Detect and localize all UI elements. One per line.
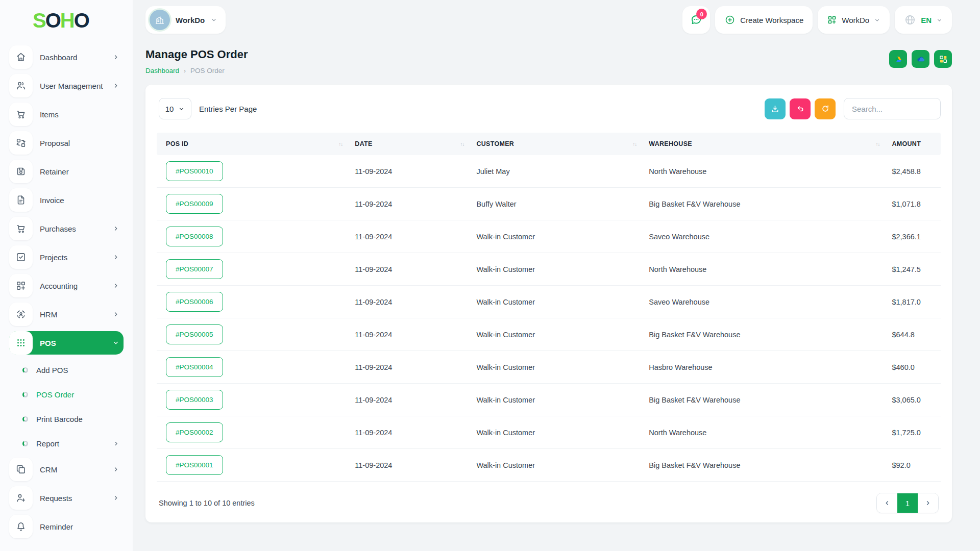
notification-badge: 0 bbox=[696, 9, 707, 19]
pos-id-link[interactable]: #POS00009 bbox=[166, 194, 223, 214]
page-title-block: Manage POS Order Dashboard › POS Order bbox=[145, 48, 248, 74]
pos-id-link[interactable]: #POS00002 bbox=[166, 422, 223, 442]
table-row: #POS00008 11-09-2024 Walk-in Customer Sa… bbox=[157, 220, 941, 253]
create-workspace-button[interactable]: Create Workspace bbox=[715, 6, 813, 34]
scan-user-icon bbox=[9, 303, 33, 326]
date-cell: 11-09-2024 bbox=[349, 220, 470, 253]
language-selector[interactable]: EN bbox=[895, 6, 952, 34]
undo-back-button[interactable] bbox=[790, 98, 811, 119]
search-input[interactable] bbox=[844, 98, 941, 119]
amount-cell: $1,071.8 bbox=[886, 188, 941, 220]
sidebar-item-report[interactable]: Report bbox=[9, 433, 124, 454]
pos-id-link[interactable]: #POS00008 bbox=[166, 227, 223, 246]
date-cell: 11-09-2024 bbox=[349, 155, 470, 188]
customer-cell: Walk-in Customer bbox=[470, 384, 643, 416]
download-icon bbox=[770, 104, 780, 114]
bullet-icon bbox=[22, 441, 28, 446]
floppy-icon bbox=[9, 160, 33, 183]
pos-id-link[interactable]: #POS00006 bbox=[166, 292, 223, 312]
onedrive-icon bbox=[915, 54, 926, 65]
onedrive-button[interactable] bbox=[912, 50, 929, 68]
page-number-current[interactable]: 1 bbox=[897, 493, 918, 513]
amount-cell: $2,366.1 bbox=[886, 220, 941, 253]
sidebar-item-pos[interactable]: POS bbox=[9, 331, 124, 355]
previous-page-button[interactable] bbox=[877, 493, 897, 513]
amount-cell: $2,458.8 bbox=[886, 155, 941, 188]
date-cell: 11-09-2024 bbox=[349, 384, 470, 416]
pos-id-link[interactable]: #POS00005 bbox=[166, 324, 223, 344]
table-row: #POS00004 11-09-2024 Walk-in Customer Ha… bbox=[157, 351, 941, 384]
sidebar-item-retainer[interactable]: Retainer bbox=[9, 160, 124, 183]
column-header-date[interactable]: DATE↑↓ bbox=[349, 133, 470, 155]
breadcrumb-dashboard-link[interactable]: Dashboard bbox=[145, 67, 179, 74]
warehouse-cell: Big Basket F&V Warehouse bbox=[643, 188, 886, 220]
customer-cell: Walk-in Customer bbox=[470, 253, 643, 286]
chevron-right-icon bbox=[112, 311, 119, 318]
chevron-left-icon bbox=[884, 499, 891, 507]
date-cell: 11-09-2024 bbox=[349, 416, 470, 449]
sidebar-item-reminder[interactable]: Reminder bbox=[9, 515, 124, 538]
grid-icon bbox=[939, 55, 948, 64]
pos-id-cell: #POS00003 bbox=[157, 384, 349, 416]
sidebar-item-dashboard[interactable]: Dashboard bbox=[9, 45, 124, 69]
customer-cell: Walk-in Customer bbox=[470, 318, 643, 351]
showing-entries-text: Showing 1 to 10 of 10 entries bbox=[159, 499, 255, 507]
topbar-actions: 0 Create Workspace WorkDo EN bbox=[682, 6, 952, 34]
column-header-customer[interactable]: CUSTOMER↑↓ bbox=[470, 133, 643, 155]
messages-button[interactable]: 0 bbox=[682, 6, 710, 34]
warehouse-cell: North Warehouse bbox=[643, 155, 886, 188]
sidebar-item-invoice[interactable]: Invoice bbox=[9, 188, 124, 212]
column-header-warehouse[interactable]: WAREHOUSE↑↓ bbox=[643, 133, 886, 155]
sidebar-item-hrm[interactable]: HRM bbox=[9, 303, 124, 326]
column-header-pos-id[interactable]: POS ID↑↓ bbox=[157, 133, 349, 155]
pos-id-cell: #POS00004 bbox=[157, 351, 349, 384]
amount-cell: $92.0 bbox=[886, 449, 941, 482]
refresh-button[interactable] bbox=[815, 98, 836, 119]
sidebar-item-projects[interactable]: Projects bbox=[9, 245, 124, 269]
chevron-right-icon bbox=[112, 254, 119, 261]
page-title: Manage POS Order bbox=[145, 48, 248, 61]
pos-id-link[interactable]: #POS00007 bbox=[166, 259, 223, 279]
cart-icon bbox=[9, 217, 33, 240]
apps-grid-button[interactable] bbox=[934, 50, 952, 68]
customer-cell: Walk-in Customer bbox=[470, 220, 643, 253]
main-content: WorkDo 0 Create Workspace WorkDo bbox=[133, 0, 980, 522]
sidebar-item-pos-order[interactable]: POS Order bbox=[9, 384, 124, 405]
sidebar-item-proposal[interactable]: Proposal bbox=[9, 131, 124, 155]
sidebar-item-add-pos[interactable]: Add POS bbox=[9, 360, 124, 380]
grid-plus-icon bbox=[827, 15, 837, 25]
sidebar-item-accounting[interactable]: Accounting bbox=[9, 274, 124, 297]
amount-cell: $460.0 bbox=[886, 351, 941, 384]
export-download-button[interactable] bbox=[765, 98, 786, 119]
pos-id-link[interactable]: #POS00001 bbox=[166, 455, 223, 475]
sidebar-item-print-barcode[interactable]: Print Barcode bbox=[9, 409, 124, 429]
date-cell: 11-09-2024 bbox=[349, 253, 470, 286]
sidebar-item-crm[interactable]: CRM bbox=[9, 458, 124, 481]
entries-per-page-select[interactable]: 10 bbox=[159, 98, 191, 119]
pos-id-link[interactable]: #POS00003 bbox=[166, 390, 223, 410]
next-page-button[interactable] bbox=[918, 493, 938, 513]
table-row: #POS00009 11-09-2024 Buffy Walter Big Ba… bbox=[157, 188, 941, 220]
sidebar-item-requests[interactable]: Requests bbox=[9, 486, 124, 510]
plus-circle-icon bbox=[724, 14, 736, 26]
workdo-menu-button[interactable]: WorkDo bbox=[818, 6, 890, 34]
pos-id-cell: #POS00006 bbox=[157, 286, 349, 318]
sidebar-item-purchases[interactable]: Purchases bbox=[9, 217, 124, 240]
table-row: #POS00003 11-09-2024 Walk-in Customer Bi… bbox=[157, 384, 941, 416]
page-header: Manage POS Order Dashboard › POS Order bbox=[145, 48, 952, 74]
sidebar-item-items[interactable]: Items bbox=[9, 103, 124, 126]
workspace-switcher[interactable]: WorkDo bbox=[145, 6, 226, 34]
pos-id-link[interactable]: #POS00004 bbox=[166, 357, 223, 377]
copy-icon bbox=[9, 458, 33, 481]
undo-arrow-icon bbox=[796, 104, 805, 113]
column-header-amount[interactable]: AMOUNT bbox=[886, 133, 941, 155]
google-drive-button[interactable] bbox=[889, 50, 907, 68]
pos-id-link[interactable]: #POS00010 bbox=[166, 161, 223, 181]
table-header-row: POS ID↑↓ DATE↑↓ CUSTOMER↑↓ WAREHOUSE↑↓ A… bbox=[157, 133, 941, 155]
sidebar-item-user-management[interactable]: User Management bbox=[9, 74, 124, 97]
warehouse-cell: North Warehouse bbox=[643, 416, 886, 449]
customer-cell: Walk-in Customer bbox=[470, 351, 643, 384]
table-row: #POS00006 11-09-2024 Walk-in Customer Sa… bbox=[157, 286, 941, 318]
header-action-buttons bbox=[889, 50, 952, 68]
pos-order-card: 10 Entries Per Page bbox=[145, 85, 952, 522]
